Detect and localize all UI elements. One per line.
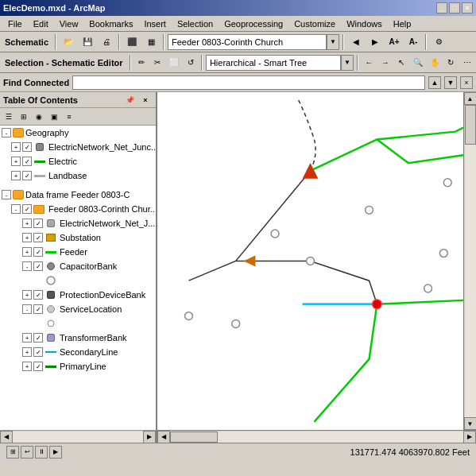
cb-landbase[interactable] (22, 171, 32, 180)
tree-item-electricnet-junc2[interactable]: ElectricNetwork_Net_J... (0, 216, 156, 230)
tree-dropdown-arrow[interactable]: ▼ (341, 55, 354, 71)
cb-primary[interactable] (33, 362, 43, 371)
cb-electricnet-junc[interactable] (22, 142, 32, 152)
map-scroll-up[interactable]: ▲ (464, 92, 477, 105)
toc-pin-btn[interactable]: 📌 (122, 93, 137, 107)
menu-customize[interactable]: Customize (289, 17, 340, 30)
cb-capacitor[interactable] (33, 261, 43, 271)
maximize-button[interactable]: □ (449, 2, 460, 14)
tree-item-electricnet-junc[interactable]: ElectricNetwork_Net_Junc... (0, 140, 156, 154)
schematic-label[interactable]: Schematic (2, 37, 52, 47)
toc-source-btn[interactable]: ⊞ (17, 110, 31, 124)
expand-electric[interactable] (11, 157, 21, 166)
toc-select-btn[interactable]: ▣ (47, 110, 61, 124)
more-btn[interactable]: ⋯ (459, 54, 474, 72)
map-area[interactable] (157, 92, 463, 430)
expand-dataframe[interactable] (2, 190, 11, 199)
edit-btn-4[interactable]: ↺ (183, 54, 198, 72)
tree-item-capacitor[interactable]: CapacitorBank (0, 259, 156, 273)
expand-geography[interactable] (2, 128, 11, 137)
minimize-button[interactable]: _ (436, 2, 447, 14)
save-button[interactable]: 💾 (79, 33, 96, 51)
expand-service[interactable] (22, 304, 32, 314)
window-controls[interactable]: _ □ × (436, 2, 473, 14)
map-vscrollbar[interactable]: ▲ ▼ (463, 92, 476, 430)
menu-selection[interactable]: Selection (172, 17, 218, 30)
menu-bookmarks[interactable]: Bookmarks (84, 17, 137, 30)
cb-transformer[interactable] (33, 333, 43, 342)
menu-view[interactable]: View (55, 17, 83, 30)
toc-scroll-right[interactable]: ▶ (143, 431, 156, 443)
print-button[interactable]: 🖨 (98, 33, 115, 51)
expand-electricnet-junc2[interactable] (22, 219, 32, 228)
cb-protection[interactable] (33, 290, 43, 300)
toc-close-btn[interactable]: × (138, 93, 153, 107)
expand-feeder-main[interactable] (11, 204, 21, 214)
toc-content[interactable]: Geography ElectricNetwork_Net_Junc... El… (0, 126, 156, 430)
expand-capacitor[interactable] (22, 261, 32, 271)
menu-help[interactable]: Help (389, 17, 416, 30)
tree-item-service[interactable]: ServiceLocation (0, 302, 156, 316)
tree-item-electric[interactable]: Electric (0, 154, 156, 168)
tree-group-dataframe[interactable]: Data frame Feeder 0803-C (0, 188, 156, 202)
font-decrease[interactable]: A- (404, 33, 422, 51)
status-arrow-btn[interactable]: ↩ (21, 446, 33, 459)
menu-geoprocessing[interactable]: Geoprocessing (219, 17, 288, 30)
zoom-btn[interactable]: 🔍 (411, 54, 426, 72)
find-down-btn[interactable]: ▼ (444, 76, 457, 89)
map-scroll-left[interactable]: ◀ (157, 431, 170, 443)
tree-dropdown[interactable]: Hierarchical - Smart Tree (206, 55, 341, 71)
toc-hscrollbar[interactable]: ◀ ▶ (0, 430, 156, 443)
tool-btn-1[interactable]: ⬛ (123, 33, 141, 51)
toc-list-btn[interactable]: ☰ (2, 110, 16, 124)
move-btn-1[interactable]: ← (362, 54, 377, 72)
tool-btn-3[interactable]: ⚙ (430, 33, 447, 51)
map-hscrollbar[interactable]: ◀ ▶ (157, 430, 476, 443)
menu-insert[interactable]: Insert (139, 17, 171, 30)
tree-item-feeder-main[interactable]: Feeder 0803-Corinth Chur... (0, 202, 156, 216)
select-btn[interactable]: ↖ (394, 54, 409, 72)
find-close-btn[interactable]: × (460, 76, 473, 89)
cb-electricnet-junc2[interactable] (33, 219, 43, 228)
toc-scroll-left[interactable]: ◀ (0, 431, 13, 443)
status-prev-btn[interactable]: ⊞ (6, 446, 19, 459)
cb-feeder-sub[interactable] (33, 247, 43, 257)
status-play-btn[interactable]: ▶ (49, 446, 62, 459)
menu-edit[interactable]: Edit (29, 17, 53, 30)
find-connected-input[interactable] (72, 75, 425, 90)
expand-protection[interactable] (22, 290, 32, 300)
nav-btn-1[interactable]: ◀ (347, 33, 365, 51)
refresh-btn[interactable]: ↻ (443, 54, 459, 72)
map-scroll-down[interactable]: ▼ (464, 417, 477, 430)
cb-service[interactable] (33, 304, 43, 314)
feeder-dropdown-arrow[interactable]: ▼ (327, 34, 339, 50)
expand-secondary[interactable] (22, 347, 32, 357)
tree-item-transformer[interactable]: TransformerBank (0, 331, 156, 345)
tree-item-secondary[interactable]: SecondaryLine (0, 345, 156, 359)
nav-btn-2[interactable]: ▶ (366, 33, 384, 51)
toc-visibility-btn[interactable]: ◉ (32, 110, 46, 124)
toc-options-btn[interactable]: ≡ (62, 110, 76, 124)
menu-file[interactable]: File (3, 17, 27, 30)
expand-substation[interactable] (22, 233, 32, 242)
font-increase[interactable]: A+ (385, 33, 403, 51)
map-scroll-right[interactable]: ▶ (463, 431, 476, 443)
feeder-dropdown[interactable]: Feeder 0803-Corinth Church (168, 34, 327, 50)
expand-landbase[interactable] (11, 171, 21, 180)
hand-btn[interactable]: ✋ (427, 54, 442, 72)
expand-feeder-sub[interactable] (22, 247, 32, 257)
move-btn-2[interactable]: → (378, 54, 393, 72)
tree-item-substation[interactable]: Substation (0, 230, 156, 245)
edit-btn-1[interactable]: ✏ (134, 54, 149, 72)
tree-item-primary[interactable]: PrimaryLine (0, 359, 156, 373)
tool-btn-2[interactable]: ▦ (142, 33, 160, 51)
cb-substation[interactable] (33, 233, 43, 242)
expand-electricnet-junc[interactable] (11, 142, 21, 152)
tree-item-landbase[interactable]: Landbase (0, 168, 156, 183)
cb-electric[interactable] (22, 157, 32, 166)
status-pause-btn[interactable]: ⏸ (35, 446, 48, 459)
tree-item-feeder-sub[interactable]: Feeder (0, 245, 156, 259)
menu-windows[interactable]: Windows (342, 17, 387, 30)
map-vscroll-thumb[interactable] (465, 105, 476, 145)
edit-btn-3[interactable]: ⬜ (167, 54, 182, 72)
